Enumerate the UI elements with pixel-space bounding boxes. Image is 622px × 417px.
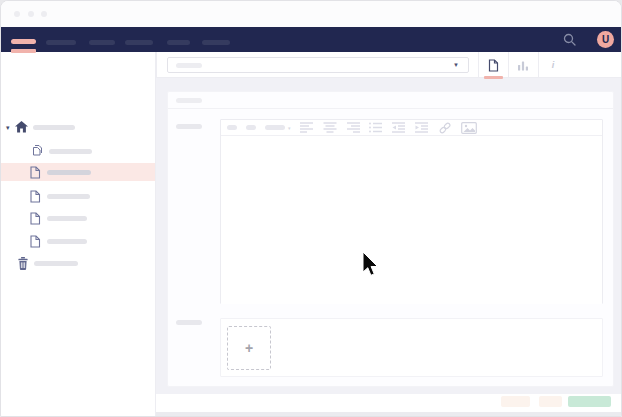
nav-item-placeholder[interactable] — [202, 40, 230, 45]
main-area: ▼ i — [156, 52, 622, 417]
nav-brand-placeholder[interactable] — [11, 39, 36, 44]
sidebar-label-placeholder — [34, 261, 78, 266]
sidebar-label-placeholder — [49, 149, 92, 154]
info-icon: i — [552, 60, 555, 70]
record-toolbar: ▼ i — [156, 52, 622, 78]
document-icon — [29, 166, 41, 179]
align-left-icon[interactable] — [300, 122, 314, 133]
sidebar-item-document[interactable] — [1, 142, 155, 160]
nav-item-placeholder[interactable] — [125, 40, 153, 45]
sidebar-label-placeholder — [47, 170, 91, 175]
search-icon[interactable] — [563, 33, 576, 46]
document-icon — [29, 212, 41, 225]
document-icon — [29, 235, 41, 248]
sidebar-item-home[interactable]: ▾ — [1, 118, 155, 136]
chevron-down-icon: ▼ — [453, 62, 459, 68]
documents-copy-icon — [29, 144, 43, 158]
sidebar-label-placeholder — [47, 239, 87, 244]
record-select-dropdown[interactable]: ▼ — [167, 57, 469, 73]
sidebar-item-document[interactable] — [1, 232, 155, 250]
top-navbar: U — [1, 27, 621, 52]
sidebar-label-placeholder — [33, 125, 75, 130]
sidebar-item-document[interactable] — [1, 187, 155, 205]
active-tab-indicator — [484, 76, 503, 79]
nav-item-placeholder[interactable] — [167, 40, 190, 45]
rich-text-editor: ▾ — [220, 119, 603, 304]
avatar-initial: U — [602, 34, 609, 45]
document-icon — [488, 59, 499, 72]
sidebar-label-placeholder — [47, 216, 87, 221]
editor-content[interactable] — [221, 136, 602, 304]
outdent-icon[interactable] — [392, 122, 406, 133]
sidebar: ▾ — [1, 52, 156, 417]
card-title-placeholder — [176, 98, 202, 103]
detail-card: ▾ — [167, 91, 614, 387]
align-right-icon[interactable] — [346, 122, 360, 133]
indent-icon[interactable] — [415, 122, 429, 133]
tab-analytics[interactable] — [508, 52, 538, 78]
window-control-dot[interactable] — [28, 11, 34, 17]
attachments-panel: + — [220, 318, 603, 377]
bullet-list-icon[interactable] — [369, 122, 383, 133]
link-icon[interactable] — [438, 122, 452, 134]
sidebar-item-document-selected[interactable] — [1, 163, 155, 181]
sidebar-item-document[interactable] — [1, 209, 155, 227]
editor-toolbar: ▾ — [221, 120, 602, 136]
window-control-dot[interactable] — [41, 11, 47, 17]
sidebar-item-trash[interactable] — [1, 254, 155, 272]
window-bottom-edge — [156, 412, 622, 417]
sidebar-label-placeholder — [47, 194, 90, 199]
bar-chart-icon — [517, 60, 529, 71]
secondary-action-button[interactable] — [501, 396, 530, 407]
align-center-icon[interactable] — [323, 122, 337, 133]
footer-bar — [156, 394, 622, 412]
field-label-placeholder — [176, 320, 202, 325]
dropdown-value-placeholder — [176, 63, 202, 68]
add-attachment-button[interactable]: + — [227, 326, 271, 370]
nav-active-indicator — [11, 49, 36, 53]
nav-item-placeholder[interactable] — [46, 40, 76, 45]
tab-info[interactable]: i — [538, 52, 568, 78]
user-avatar[interactable]: U — [597, 31, 614, 48]
tree-expand-caret-icon[interactable]: ▾ — [6, 124, 10, 131]
trash-icon — [18, 257, 28, 270]
italic-button[interactable] — [246, 125, 256, 130]
tab-separator — [156, 52, 157, 78]
window-titlebar — [1, 1, 621, 27]
document-icon — [29, 190, 41, 203]
app-window: U ▾ — [0, 0, 622, 417]
secondary-action-button[interactable] — [539, 396, 562, 407]
image-icon[interactable] — [461, 122, 477, 134]
font-select-dropdown[interactable]: ▾ — [265, 125, 291, 131]
bold-button[interactable] — [227, 125, 237, 130]
plus-icon: + — [245, 341, 253, 355]
field-label-placeholder — [176, 124, 202, 129]
nav-item-placeholder[interactable] — [89, 40, 115, 45]
chevron-down-icon: ▾ — [288, 125, 291, 131]
card-header — [168, 92, 613, 109]
home-icon — [15, 121, 28, 133]
window-control-dot[interactable] — [14, 11, 20, 17]
primary-action-button[interactable] — [568, 396, 611, 407]
tab-document[interactable] — [478, 52, 508, 78]
